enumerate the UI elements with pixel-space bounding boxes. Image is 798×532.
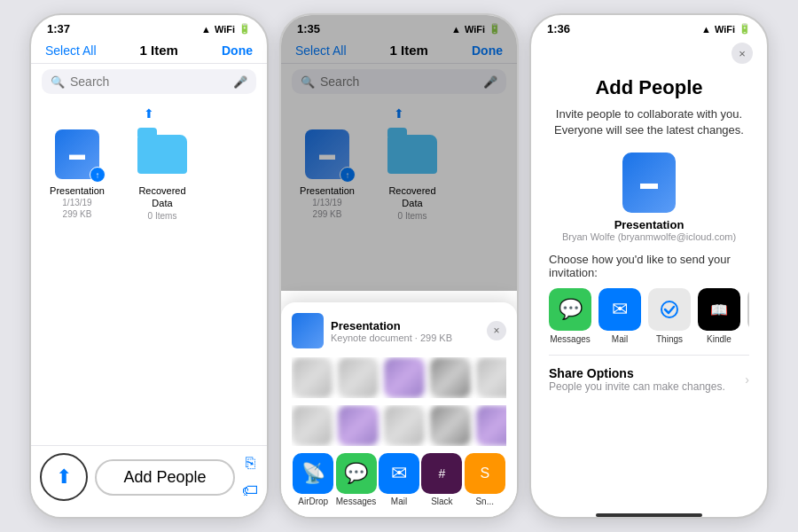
sheet-close-btn[interactable]: ×	[487, 321, 506, 340]
upload-icon-1: ⬆	[144, 106, 154, 121]
share-app-airdrop[interactable]: 📡 AirDrop	[293, 453, 333, 506]
messages-label: Messages	[336, 497, 377, 506]
slack-icon: #	[421, 453, 462, 494]
sheet-header: Presentation Keynote document · 299 KB ×	[292, 313, 506, 348]
file-name-1: Presentation	[50, 184, 105, 197]
status-icons-1: ▲ WiFi 🔋	[201, 23, 251, 35]
send-app-kindle-3[interactable]: 📖 Kindle	[698, 288, 740, 344]
airdrop-label: AirDrop	[298, 497, 328, 506]
bottom-bar-1: ⬆ Add People ⎘ 🏷	[31, 445, 267, 517]
mail-icon: ✉	[379, 453, 419, 494]
folder-icon-1	[137, 135, 187, 174]
more-send-icon: T	[747, 288, 749, 331]
folder-icon-wrap-1	[136, 128, 189, 181]
send-apps-row-3: 💬 Messages ✉ Mail Things 📖 Ki	[549, 288, 749, 344]
close-btn-3[interactable]: ×	[732, 43, 753, 64]
add-people-title-3: Add People	[549, 76, 749, 99]
preview-owner-3: Bryan Wolfe (bryanmwolfe@icloud.com)	[562, 231, 736, 242]
preview-file-name-3: Presentation	[614, 218, 685, 231]
file-list-1: Presentation 1/13/19 299 KB RecoveredDat…	[42, 124, 256, 225]
search-icon-1: 🔍	[51, 75, 65, 89]
home-indicator-3	[596, 513, 702, 517]
share-app-mail[interactable]: ✉ Mail	[379, 453, 419, 506]
wifi-icon-1: WiFi	[215, 24, 235, 35]
signal-icon-1: ▲	[201, 24, 211, 35]
app-thumb-5	[476, 357, 506, 398]
kindle-icon: 📖	[698, 288, 740, 331]
status-bar-1: 1:37 ▲ WiFi 🔋	[31, 15, 267, 39]
share-app-slack[interactable]: # Slack	[421, 453, 462, 506]
add-people-subtitle-3: Invite people to collaborate with you. E…	[549, 106, 749, 138]
file-item-presentation-1[interactable]: Presentation 1/13/19 299 KB	[42, 128, 113, 222]
send-app-mail-3[interactable]: ✉ Mail	[598, 288, 641, 344]
sheet-file-icon	[292, 313, 324, 348]
messages-send-icon: 💬	[549, 288, 591, 331]
airdrop-icon: 📡	[293, 453, 333, 494]
time-3: 1:36	[547, 22, 570, 35]
share-app-row: 📡 AirDrop 💬 Messages ✉ Mail # Slack S Sn…	[292, 453, 506, 506]
share-sheet-2: Presentation Keynote document · 299 KB ×…	[281, 302, 517, 517]
folder-name-1: RecoveredData	[138, 184, 185, 210]
phone-3: 1:36 ▲ WiFi 🔋 × Add People Invite people…	[529, 13, 769, 519]
sheet-file-info: Presentation Keynote document · 299 KB	[331, 319, 480, 343]
slack-label: Slack	[431, 497, 452, 506]
more-share-label: Sn...	[475, 497, 494, 506]
sheet-file-name: Presentation	[331, 319, 480, 332]
file-icon-wrap-1	[51, 128, 104, 181]
mail-send-label: Mail	[612, 334, 628, 344]
share-circle-btn-1[interactable]: ⬆	[40, 453, 88, 501]
sheet-file-sub: Keynote document · 299 KB	[331, 332, 480, 343]
send-app-messages-3[interactable]: 💬 Messages	[549, 288, 591, 344]
share-options-sub-3: People you invite can make changes.	[549, 380, 725, 393]
copy-icon-1[interactable]: ⎘	[246, 454, 255, 473]
search-bar-1[interactable]: 🔍 🎤	[42, 69, 256, 94]
status-icons-3: ▲ WiFi 🔋	[701, 23, 751, 35]
app-thumb-2	[338, 357, 379, 398]
nav-bar-1: Select All 1 Item Done	[31, 39, 267, 64]
done-btn-1[interactable]: Done	[222, 43, 253, 58]
small-icons-1: ⎘ 🏷	[242, 454, 258, 500]
send-app-more-3[interactable]: T T	[747, 288, 749, 344]
share-options-text: Share Options People you invite can make…	[549, 366, 725, 393]
file-preview-3: Presentation Bryan Wolfe (bryanmwolfe@ic…	[549, 153, 749, 242]
wifi-icon-3: WiFi	[715, 24, 735, 35]
upload-badge-1	[90, 167, 106, 183]
phone3-content: Add People Invite people to collaborate …	[531, 67, 767, 508]
app-thumb-10	[476, 405, 506, 446]
share-options-row-3[interactable]: Share Options People you invite can make…	[549, 355, 749, 403]
share-apps-thumbnails	[292, 357, 506, 398]
things-send-label: Things	[656, 334, 683, 344]
preview-icon-3	[622, 153, 676, 213]
dim-overlay-2	[281, 15, 517, 291]
app-thumb-3	[384, 357, 425, 398]
share-app-more[interactable]: S Sn...	[465, 453, 505, 506]
add-people-pill-1[interactable]: Add People	[95, 459, 235, 496]
file-item-recovered-1[interactable]: RecoveredData 0 Items	[127, 128, 198, 222]
close-row: ×	[531, 39, 767, 67]
things-icon	[648, 288, 691, 331]
phone-2: 1:35 ▲ WiFi 🔋 Select All 1 Item Done 🔍 🎤…	[279, 13, 519, 519]
share-options-label-3: Share Options	[549, 366, 725, 380]
mail-label: Mail	[391, 497, 407, 506]
mic-icon-1: 🎤	[233, 75, 247, 89]
share-app-messages[interactable]: 💬 Messages	[336, 453, 377, 506]
folder-items-1: 0 Items	[148, 210, 177, 222]
status-bar-3: 1:36 ▲ WiFi 🔋	[531, 15, 767, 39]
messages-icon: 💬	[336, 453, 377, 494]
kindle-send-label: Kindle	[707, 334, 732, 344]
tag-icon-1[interactable]: 🏷	[242, 481, 258, 500]
upload-indicator-1: ⬆	[42, 106, 256, 121]
phone-1: 1:37 ▲ WiFi 🔋 Select All 1 Item Done 🔍 🎤…	[29, 13, 269, 519]
invite-label-3: Choose how you'd like to send your invit…	[549, 253, 749, 279]
app-thumb-8	[384, 405, 425, 446]
app-thumb-7	[338, 405, 379, 446]
send-app-things-3[interactable]: Things	[648, 288, 691, 344]
chevron-right-icon-3: ›	[745, 372, 749, 387]
select-all-btn-1[interactable]: Select All	[45, 43, 97, 58]
app-thumb-9	[430, 405, 471, 446]
search-input-1[interactable]	[70, 74, 228, 89]
nav-title-1: 1 Item	[140, 43, 178, 58]
time-1: 1:37	[47, 22, 70, 35]
app-thumb-4	[430, 357, 471, 398]
messages-send-label: Messages	[550, 334, 591, 344]
